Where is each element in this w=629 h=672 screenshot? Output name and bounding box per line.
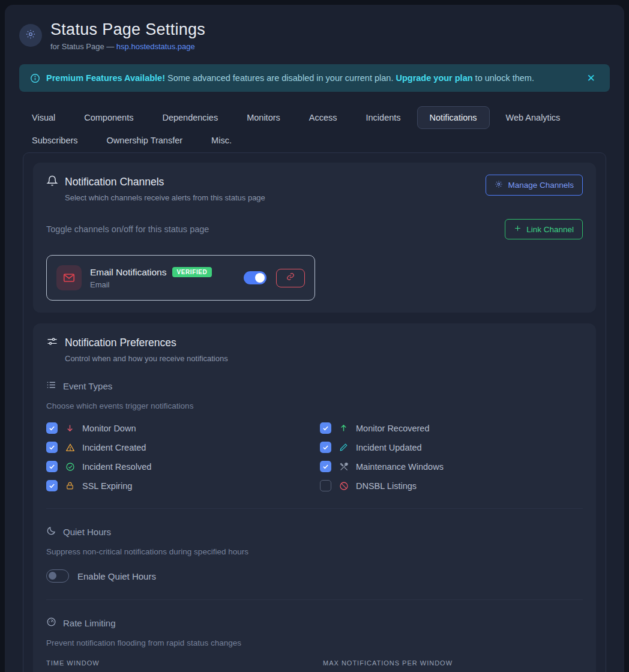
gauge-icon xyxy=(46,617,56,629)
arrow-down-icon xyxy=(65,424,75,433)
page-subtitle: for Status Page — hsp.hostedstatus.page xyxy=(50,42,205,51)
tab-web-analytics[interactable]: Web Analytics xyxy=(493,106,573,129)
chain-link-icon xyxy=(286,272,295,283)
time-window-field: TIME WINDOW 15 minutes xyxy=(46,659,306,672)
event-types-heading: Event Types xyxy=(46,380,583,392)
preferences-subtitle: Control when and how you receive notific… xyxy=(65,354,583,363)
email-channel-toggle[interactable] xyxy=(244,271,266,284)
settings-tabs: Visual Components Dependencies Monitors … xyxy=(19,106,583,152)
tab-monitors[interactable]: Monitors xyxy=(234,106,293,129)
channels-heading: Notification Channels xyxy=(46,175,265,190)
checkbox-monitor-recovered[interactable] xyxy=(320,422,331,434)
checkbox-maintenance-windows[interactable] xyxy=(320,461,331,472)
page-title: Status Page Settings xyxy=(50,20,205,39)
banner-text: Premium Features Available! Some advance… xyxy=(46,73,534,83)
checkbox-monitor-down[interactable] xyxy=(46,422,58,434)
list-icon xyxy=(46,380,56,392)
gear-icon xyxy=(25,29,36,42)
verified-badge: VERIFIED xyxy=(172,267,212,277)
event-monitor-down: Monitor Down xyxy=(46,422,320,434)
tab-subscribers[interactable]: Subscribers xyxy=(19,129,91,152)
tab-dependencies[interactable]: Dependencies xyxy=(149,106,230,129)
info-icon xyxy=(30,73,40,83)
status-page-link[interactable]: hsp.hostedstatus.page xyxy=(116,42,195,51)
page-header: Status Page Settings for Status Page — h… xyxy=(5,5,624,61)
event-incident-resolved: Incident Resolved xyxy=(46,461,320,472)
banner-bold: Premium Features Available! xyxy=(46,73,165,83)
ban-icon xyxy=(339,481,349,491)
event-incident-updated: Incident Updated xyxy=(320,442,594,453)
manage-channels-button[interactable]: Manage Channels xyxy=(486,175,583,196)
check-circle-icon xyxy=(65,462,75,472)
bell-icon xyxy=(46,175,58,190)
quiet-hours-toggle-label: Enable Quiet Hours xyxy=(77,571,156,581)
quiet-hours-toggle[interactable] xyxy=(46,569,69,583)
checkbox-dnsbl-listings[interactable] xyxy=(320,480,331,491)
section-divider xyxy=(46,599,583,600)
arrow-up-icon xyxy=(339,424,349,433)
premium-banner: Premium Features Available! Some advance… xyxy=(19,64,610,92)
unlink-channel-button[interactable] xyxy=(276,269,305,287)
event-monitor-recovered: Monitor Recovered xyxy=(320,422,594,434)
toggle-hint: Toggle channels on/off for this status p… xyxy=(46,224,209,234)
quiet-hours-heading: Quiet Hours xyxy=(46,526,583,538)
gear-badge xyxy=(19,24,42,47)
tab-notifications[interactable]: Notifications xyxy=(417,106,490,129)
plus-icon xyxy=(514,224,522,234)
checkbox-incident-resolved[interactable] xyxy=(46,461,58,472)
time-window-label: TIME WINDOW xyxy=(46,659,306,667)
tab-visual[interactable]: Visual xyxy=(19,106,68,129)
channels-subtitle: Select which channels receive alerts fro… xyxy=(65,193,265,202)
moon-icon xyxy=(46,526,56,538)
section-divider xyxy=(46,508,583,509)
gear-icon xyxy=(495,180,503,190)
event-ssl-expiring: SSL Expiring xyxy=(46,480,320,491)
email-icon xyxy=(56,265,82,290)
checkbox-incident-created[interactable] xyxy=(46,442,58,453)
tab-incidents[interactable]: Incidents xyxy=(354,106,414,129)
max-notifications-label: MAX NOTIFICATIONS PER WINDOW xyxy=(323,659,583,667)
tab-ownership-transfer[interactable]: Ownership Transfer xyxy=(94,129,196,152)
tab-misc[interactable]: Misc. xyxy=(199,129,244,152)
event-types-description: Choose which events trigger notification… xyxy=(46,401,583,410)
quiet-hours-description: Suppress non-critical notifications duri… xyxy=(46,547,583,556)
sliders-icon xyxy=(46,335,58,350)
checkbox-incident-updated[interactable] xyxy=(320,442,331,453)
event-dnsbl-listings: DNSBL Listings xyxy=(320,480,594,491)
upgrade-plan-link[interactable]: Upgrade your plan xyxy=(396,73,472,83)
settings-page: Status Page Settings for Status Page — h… xyxy=(5,5,624,672)
tools-icon xyxy=(339,462,349,472)
checkbox-ssl-expiring[interactable] xyxy=(46,480,58,491)
event-maintenance-windows: Maintenance Windows xyxy=(320,461,594,472)
rate-limiting-description: Prevent notification flooding from rapid… xyxy=(46,638,583,647)
pencil-icon xyxy=(339,443,349,452)
event-types-grid: Monitor Down Monitor Recovered xyxy=(46,422,594,491)
channel-type: Email xyxy=(90,280,226,289)
notifications-panel: Notification Channels Select which chann… xyxy=(23,152,606,672)
email-channel-card: Email Notifications VERIFIED Email xyxy=(46,255,315,301)
tab-components[interactable]: Components xyxy=(71,106,146,129)
link-channel-button[interactable]: Link Channel xyxy=(505,219,583,239)
banner-close-icon[interactable]: ✕ xyxy=(583,70,599,87)
notification-channels-card: Notification Channels Select which chann… xyxy=(33,163,596,313)
event-incident-created: Incident Created xyxy=(46,442,320,453)
tab-access[interactable]: Access xyxy=(296,106,350,129)
notification-preferences-card: Notification Preferences Control when an… xyxy=(33,323,596,672)
max-notifications-field: MAX NOTIFICATIONS PER WINDOW xyxy=(323,659,583,672)
warning-icon xyxy=(65,443,75,452)
preferences-heading: Notification Preferences xyxy=(46,335,583,350)
lock-icon xyxy=(65,481,75,490)
rate-limiting-heading: Rate Limiting xyxy=(46,617,583,629)
channel-name: Email Notifications xyxy=(90,267,167,278)
